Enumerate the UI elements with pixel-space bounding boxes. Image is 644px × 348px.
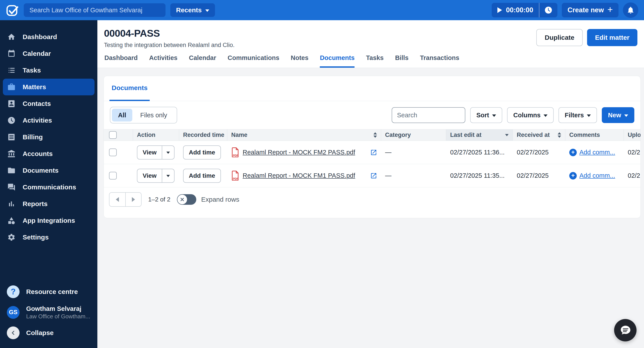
view-dropdown-button[interactable]: [162, 169, 174, 182]
expand-rows-control: Expand rows: [177, 194, 239, 205]
matter-actions: Duplicate Edit matter: [536, 29, 638, 46]
column-header-last-edit-at[interactable]: Last edit at: [446, 129, 513, 141]
clio-logo-icon[interactable]: [6, 3, 19, 17]
tab-tasks[interactable]: Tasks: [366, 54, 384, 68]
timer-widget: 00:00:00: [492, 3, 558, 17]
row-checkbox[interactable]: [109, 172, 117, 179]
chevron-down-icon: [624, 114, 628, 117]
sort-button[interactable]: Sort: [470, 107, 502, 123]
notifications-button[interactable]: [623, 2, 638, 18]
tab-activities[interactable]: Activities: [149, 54, 177, 68]
sidebar-item-documents[interactable]: Documents: [3, 162, 94, 179]
tab-communications[interactable]: Communications: [228, 54, 279, 68]
pagination-range: 1–2 of 2: [148, 196, 170, 203]
clock-button[interactable]: [540, 6, 558, 14]
documents-table: Action Recorded time Name Category Last …: [104, 129, 641, 187]
columns-button[interactable]: Columns: [507, 107, 554, 123]
column-header-name[interactable]: Name: [227, 129, 381, 141]
add-time-button[interactable]: Add time: [183, 145, 221, 159]
sidebar-item-billing[interactable]: Billing: [3, 129, 94, 145]
plus-icon: +: [607, 5, 613, 14]
sidebar-item-dashboard[interactable]: Dashboard: [3, 28, 94, 45]
column-header-comments: Comments: [565, 129, 624, 141]
duplicate-button[interactable]: Duplicate: [536, 29, 583, 46]
shapes-icon: [7, 216, 16, 225]
resource-centre-button[interactable]: ? Resource centre: [3, 283, 94, 300]
expand-rows-label: Expand rows: [201, 196, 239, 203]
last-edit-cell: 02/27/2025 11:36...: [446, 149, 513, 156]
add-time-button[interactable]: Add time: [183, 169, 221, 183]
external-link-icon[interactable]: [370, 149, 377, 156]
segment-files-only[interactable]: Files only: [132, 112, 175, 119]
column-header-recorded-time: Recorded time: [179, 129, 227, 141]
tab-transactions[interactable]: Transactions: [420, 54, 459, 68]
view-dropdown-button[interactable]: [162, 146, 174, 159]
sidebar-item-accounts[interactable]: Accounts: [3, 145, 94, 162]
external-link-icon[interactable]: [370, 172, 377, 179]
collapse-button[interactable]: Collapse: [3, 324, 94, 342]
documents-search-input[interactable]: [392, 107, 465, 123]
table-header-row: Action Recorded time Name Category Last …: [104, 129, 641, 141]
user-name: Gowtham Selvaraj: [26, 305, 90, 313]
user-org: Law Office of Gowtham...: [26, 313, 90, 320]
documents-filter-row: All Files only Sort Columns Filters: [104, 101, 640, 129]
tab-bills[interactable]: Bills: [395, 54, 408, 68]
sidebar-bottom: ? Resource centre GS Gowtham Selvaraj La…: [0, 283, 97, 348]
briefcase-icon: [7, 82, 16, 92]
clock-icon: [544, 6, 552, 14]
tab-dashboard[interactable]: Dashboard: [104, 54, 138, 68]
sidebar-item-reports[interactable]: Reports: [3, 196, 94, 212]
columns-label: Columns: [513, 112, 540, 119]
sidebar-item-communications[interactable]: Communications: [3, 179, 94, 196]
pagination: 1–2 of 2 Expand rows: [104, 187, 640, 207]
chevron-right-small-icon: [132, 197, 135, 202]
chat-fab-button[interactable]: [614, 319, 636, 342]
sidebar-item-app-integrations[interactable]: App Integrations: [3, 212, 94, 229]
pager: [109, 192, 142, 207]
timer-start-button[interactable]: 00:00:00: [492, 6, 539, 14]
edit-matter-button[interactable]: Edit matter: [587, 29, 638, 46]
segment-all[interactable]: All: [112, 109, 132, 121]
table-row: View Add time PDF Realaml Report - MOCK …: [104, 141, 641, 164]
previous-page-button[interactable]: [110, 193, 125, 206]
add-comment-link[interactable]: + Add comm...: [569, 149, 615, 156]
sidebar-item-calendar[interactable]: Calendar: [3, 45, 94, 62]
play-icon: [498, 7, 502, 13]
tab-documents[interactable]: Documents: [320, 54, 354, 68]
avatar: GS: [7, 306, 20, 319]
create-new-button[interactable]: Create new +: [562, 3, 618, 17]
document-link[interactable]: Realaml Report - MOCK FM2 PASS.pdf: [243, 149, 355, 156]
column-header-category: Category: [381, 129, 446, 141]
tab-notes[interactable]: Notes: [291, 54, 308, 68]
view-button-label: View: [137, 146, 162, 159]
last-edit-cell: 02/27/2025 11:35...: [446, 172, 513, 179]
expand-rows-toggle[interactable]: [177, 194, 196, 205]
sidebar-item-settings[interactable]: Settings: [3, 229, 94, 246]
new-button[interactable]: New: [602, 107, 634, 123]
row-checkbox[interactable]: [109, 148, 117, 156]
sidebar-item-contacts[interactable]: Contacts: [3, 95, 94, 112]
view-split-button[interactable]: View: [137, 169, 174, 183]
select-all-checkbox[interactable]: [109, 131, 117, 139]
column-header-received-at[interactable]: Received at: [513, 129, 565, 141]
next-page-button[interactable]: [125, 193, 141, 206]
global-search-input[interactable]: [24, 3, 166, 17]
sidebar-item-tasks[interactable]: Tasks: [3, 62, 94, 79]
user-menu[interactable]: GS Gowtham Selvaraj Law Office of Gowtha…: [3, 303, 94, 322]
chevron-down-icon: [205, 9, 209, 12]
uploaded-cell: 02/2: [624, 149, 641, 156]
add-comment-link[interactable]: + Add comm...: [569, 172, 615, 179]
view-split-button[interactable]: View: [137, 145, 174, 159]
filters-button[interactable]: Filters: [558, 107, 597, 123]
contacts-icon: [7, 99, 16, 108]
sidebar-item-activities[interactable]: Activities: [3, 112, 94, 129]
tab-calendar[interactable]: Calendar: [189, 54, 216, 68]
resource-centre-label: Resource centre: [26, 288, 78, 296]
sidebar-item-matters[interactable]: Matters: [3, 79, 94, 95]
recents-button[interactable]: Recents: [170, 3, 215, 17]
document-link[interactable]: Realaml Report - MOCK FM1 PASS.pdf: [243, 172, 355, 179]
create-new-label: Create new: [568, 6, 604, 14]
subtab-documents[interactable]: Documents: [110, 76, 150, 101]
sort-desc-icon: [505, 134, 508, 136]
category-cell: —: [381, 172, 446, 179]
